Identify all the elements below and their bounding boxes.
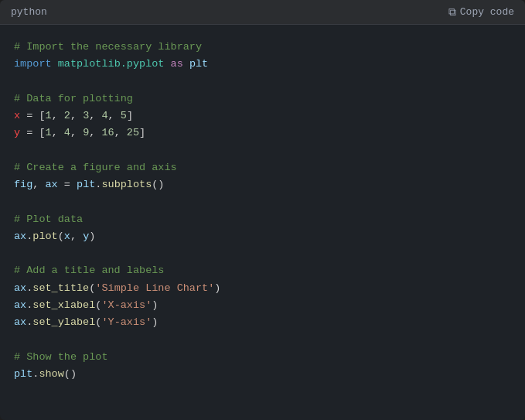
line-comment-fig: # Create a figure and axis [14,159,511,176]
line-set-ylabel: ax.set_ylabel('Y-axis') [14,314,511,331]
code-block: python ⧉ Copy code # Import the necessar… [0,0,525,420]
line-blank-2 [14,142,511,159]
code-header: python ⧉ Copy code [0,0,525,25]
line-blank-1 [14,73,511,90]
line-blank-3 [14,193,511,210]
copy-code-button[interactable]: ⧉ Copy code [448,6,514,19]
line-comment-plot: # Plot data [14,211,511,228]
copy-label: Copy code [460,6,514,18]
line-set-xlabel: ax.set_xlabel('X-axis') [14,297,511,314]
line-comment-import: # Import the necessary library [14,39,511,56]
line-comment-title: # Add a title and labels [14,262,511,279]
line-plt-show: plt.show() [14,366,511,383]
line-comment-data: # Data for plotting [14,90,511,108]
language-label: python [11,6,47,18]
line-set-title: ax.set_title('Simple Line Chart') [14,280,511,297]
line-blank-4 [14,245,511,262]
line-blank-5 [14,332,511,349]
code-body: # Import the necessary library import ma… [0,25,525,397]
copy-icon: ⧉ [448,6,456,19]
line-x-assign: x = [1, 2, 3, 4, 5] [14,108,511,125]
line-y-assign: y = [1, 4, 9, 16, 25] [14,125,511,142]
line-fig-assign: fig, ax = plt.subplots() [14,176,511,193]
line-import: import matplotlib.pyplot as plt [14,56,511,73]
line-comment-show: # Show the plot [14,349,511,366]
line-ax-plot: ax.plot(x, y) [14,228,511,245]
